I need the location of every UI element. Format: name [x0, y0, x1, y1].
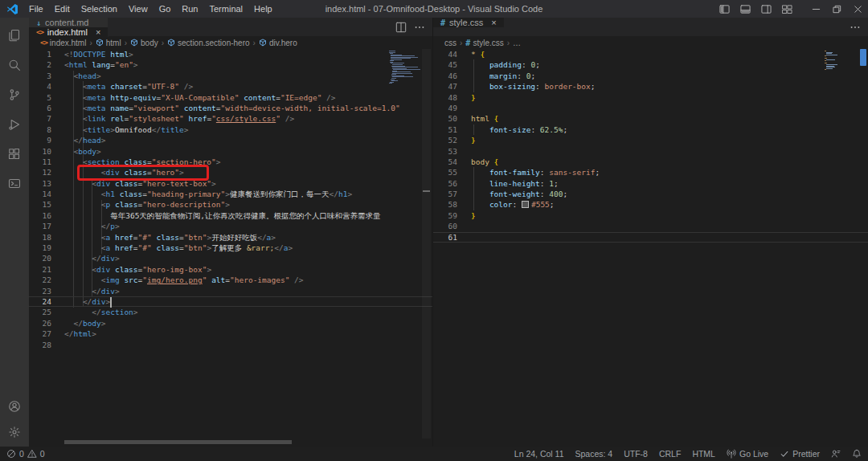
- line-number[interactable]: 15: [29, 199, 51, 210]
- toggle-panel-icon[interactable]: [735, 0, 755, 18]
- search-icon[interactable]: [0, 50, 29, 80]
- code-line-57[interactable]: 57 font-weight: 400;: [433, 189, 868, 199]
- menu-view[interactable]: View: [123, 4, 154, 14]
- more-icon[interactable]: [414, 22, 425, 33]
- breadcrumb-item[interactable]: css: [444, 39, 457, 47]
- line-number[interactable]: 8: [29, 124, 51, 135]
- code-line-60[interactable]: 60: [433, 221, 868, 231]
- code-line-14[interactable]: 14 <h1 class="heading-primary">健康餐送到你家门口…: [29, 189, 432, 199]
- line-number[interactable]: 12: [29, 167, 51, 177]
- menu-help[interactable]: Help: [248, 4, 278, 14]
- status-go-live[interactable]: Go Live: [727, 449, 768, 459]
- source-control-icon[interactable]: [0, 80, 29, 109]
- status-utf-8[interactable]: UTF-8: [624, 449, 648, 459]
- code-line-28[interactable]: 28: [29, 340, 432, 350]
- line-number[interactable]: 2: [29, 59, 51, 70]
- code-line-50[interactable]: 50html {: [433, 113, 868, 124]
- code-line-13[interactable]: 13 <div class="hero-text-box">: [29, 178, 432, 189]
- code-line-20[interactable]: 20 </div>: [29, 253, 432, 263]
- warning-count[interactable]: 0: [27, 449, 45, 459]
- menu-run[interactable]: Run: [176, 4, 203, 14]
- code-line-54[interactable]: 54body {: [433, 157, 868, 167]
- line-number[interactable]: 26: [29, 318, 51, 328]
- status-prettier[interactable]: Prettier: [780, 449, 820, 459]
- code-line-46[interactable]: 46 margin: 0;: [433, 71, 868, 81]
- scrollbar-vertical-left[interactable]: [422, 49, 431, 439]
- minimap-left[interactable]: [389, 51, 418, 85]
- customize-layout-icon[interactable]: [776, 0, 797, 18]
- line-number[interactable]: 44: [433, 49, 457, 59]
- breadcrumb-item[interactable]: div.hero: [259, 39, 297, 47]
- code-line-22[interactable]: 22 <img src="img/hero.png" alt="hero-ima…: [29, 275, 432, 285]
- more-icon[interactable]: [850, 22, 861, 33]
- code-line-25[interactable]: 25 </section>: [29, 307, 432, 317]
- code-line-19[interactable]: 19 <a href="#" class="btn">了解更多 &rarr;</…: [29, 243, 432, 253]
- close-icon[interactable]: ×: [96, 28, 100, 37]
- line-number[interactable]: 13: [29, 178, 51, 189]
- line-number[interactable]: 27: [29, 328, 51, 339]
- line-number[interactable]: 49: [433, 103, 457, 113]
- scrollbar-horizontal-left[interactable]: [64, 440, 292, 444]
- extensions-icon[interactable]: [0, 139, 29, 169]
- minimize-button[interactable]: [805, 0, 826, 18]
- line-number[interactable]: 10: [29, 146, 51, 157]
- line-number[interactable]: 16: [29, 210, 51, 221]
- code-line-17[interactable]: 17 </p>: [29, 221, 432, 231]
- code-line-10[interactable]: 10 <body>: [29, 146, 432, 157]
- line-number[interactable]: 53: [433, 146, 457, 157]
- code-line-58[interactable]: 58 color: #555;: [433, 199, 868, 210]
- line-number[interactable]: 23: [29, 286, 51, 296]
- status-spaces-4[interactable]: Spaces: 4: [575, 449, 613, 459]
- menu-selection[interactable]: Selection: [76, 4, 123, 14]
- line-number[interactable]: 28: [29, 340, 51, 350]
- remote-terminal-icon[interactable]: [0, 169, 29, 198]
- tab-content-md[interactable]: ↓content.md: [29, 18, 108, 27]
- code-line-11[interactable]: 11 <section class="section-hero">: [29, 157, 432, 167]
- line-number[interactable]: 22: [29, 275, 51, 285]
- editor-right[interactable]: 44* {45 padding: 0;46 margin: 0;47 box-s…: [433, 49, 868, 447]
- split-editor-icon[interactable]: [395, 22, 407, 33]
- restore-button[interactable]: [826, 0, 847, 18]
- breadcrumb-item[interactable]: html: [96, 39, 121, 47]
- code-line-27[interactable]: 27</html>: [29, 328, 432, 339]
- line-number[interactable]: 56: [433, 178, 457, 189]
- line-number[interactable]: 48: [433, 92, 457, 103]
- line-number[interactable]: 58: [433, 199, 457, 210]
- line-number[interactable]: 9: [29, 135, 51, 145]
- toggle-secondary-sidebar-icon[interactable]: [755, 0, 776, 18]
- code-line-6[interactable]: 6 <meta name="viewport" content="width=d…: [29, 103, 432, 113]
- line-number[interactable]: 11: [29, 157, 51, 167]
- code-line-53[interactable]: 53: [433, 146, 868, 157]
- line-number[interactable]: 51: [433, 124, 457, 135]
- code-line-47[interactable]: 47 box-sizing: border-box;: [433, 81, 868, 92]
- account-icon[interactable]: [0, 394, 29, 419]
- scrollbar-vertical-right[interactable]: [860, 49, 866, 66]
- line-number[interactable]: 21: [29, 264, 51, 275]
- menu-terminal[interactable]: Terminal: [204, 4, 249, 14]
- line-number[interactable]: 14: [29, 189, 51, 199]
- line-number[interactable]: 20: [29, 253, 51, 263]
- code-line-8[interactable]: 8 <title>Omnifood</title>: [29, 124, 432, 135]
- tab-style-css[interactable]: #style.css×: [433, 18, 505, 27]
- code-line-26[interactable]: 26 </body>: [29, 318, 432, 328]
- code-line-61[interactable]: 61: [433, 232, 868, 243]
- code-line-12[interactable]: 12 <div class="hero">: [29, 167, 432, 177]
- problems-indicator[interactable]: 00: [6, 449, 45, 459]
- code-line-45[interactable]: 45 padding: 0;: [433, 59, 868, 70]
- line-number[interactable]: 19: [29, 243, 51, 253]
- menu-file[interactable]: File: [23, 4, 49, 14]
- line-number[interactable]: 1: [29, 49, 51, 59]
- code-line-5[interactable]: 5 <meta http-equiv="X-UA-Compatible" con…: [29, 92, 432, 103]
- minimap-right[interactable]: [825, 51, 854, 73]
- code-line-16[interactable]: 16 每年365天的智能食物订阅,让你再次吃得健康。根据您的个人口味和营养需求量: [29, 210, 432, 221]
- code-line-4[interactable]: 4 <meta charset="UTF-8" />: [29, 81, 432, 92]
- code-line-48[interactable]: 48}: [433, 92, 868, 103]
- line-number[interactable]: 46: [433, 71, 457, 81]
- explorer-icon[interactable]: [0, 20, 29, 50]
- run-and-debug-icon[interactable]: [0, 109, 29, 139]
- line-number[interactable]: 24: [29, 296, 51, 307]
- line-number[interactable]: 52: [433, 135, 457, 145]
- menu-edit[interactable]: Edit: [49, 4, 76, 14]
- line-number[interactable]: 47: [433, 81, 457, 92]
- line-number[interactable]: 5: [29, 92, 51, 103]
